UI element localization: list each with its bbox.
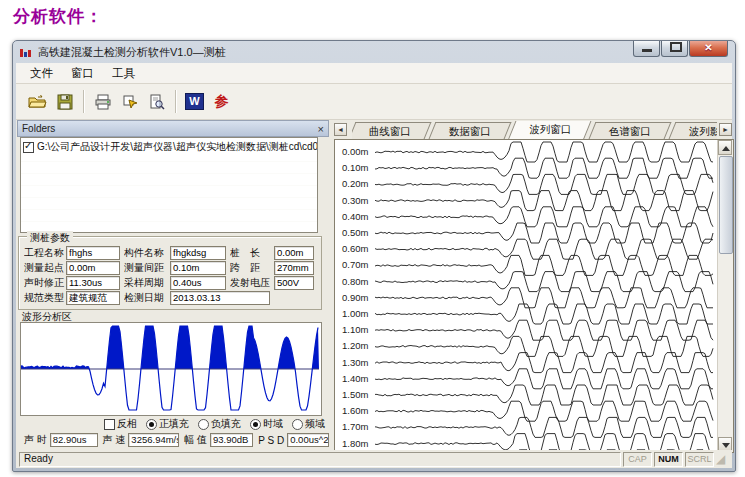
wave-trace-12 bbox=[375, 336, 713, 356]
depth-label-14: 1.40m bbox=[342, 373, 368, 384]
pile-params-groupbox: 测桩参数 工程名称fhghs构件名称fhgkdsg桩 长0.00m测量起点0.0… bbox=[18, 236, 322, 310]
wave-train-scrollbar[interactable] bbox=[717, 140, 733, 452]
print-setup-icon bbox=[121, 94, 139, 110]
domain-options: 时域频域 bbox=[250, 417, 325, 431]
status-message: Ready bbox=[19, 452, 621, 467]
tab-label-3: 色谱窗口 bbox=[601, 123, 659, 139]
tab-scroll-right-button[interactable]: ► bbox=[719, 123, 732, 136]
folders-list[interactable]: G:\公司产品设计开发\超声仪器\超声仪实地检测数据\测桩cd\cd03\cd0… bbox=[20, 137, 318, 233]
tab-0[interactable]: 曲线窗口 bbox=[352, 122, 431, 139]
tab-4[interactable]: 波列影像 bbox=[669, 122, 717, 139]
word-export-button[interactable]: W bbox=[181, 88, 208, 115]
param-label-6: 声时修正 bbox=[24, 276, 66, 290]
param-value-5[interactable]: 270mm bbox=[274, 261, 314, 275]
param-label-0: 工程名称 bbox=[24, 246, 66, 260]
menu-item-1[interactable]: 窗口 bbox=[63, 64, 102, 83]
maximize-button[interactable] bbox=[661, 41, 688, 57]
save-icon bbox=[57, 94, 73, 110]
param-value-8[interactable]: 500V bbox=[274, 276, 314, 290]
save-button[interactable] bbox=[51, 88, 78, 115]
folder-item[interactable]: G:\公司产品设计开发\超声仪器\超声仪实地检测数据\测桩cd\cd03\cd0… bbox=[21, 138, 317, 156]
depth-label-16: 1.60m bbox=[342, 405, 368, 416]
close-button[interactable]: ✕ bbox=[689, 41, 728, 57]
domain-radio-1[interactable] bbox=[292, 419, 303, 430]
parameters-button[interactable]: 参 bbox=[208, 88, 235, 115]
wave-trace-4 bbox=[375, 207, 713, 227]
maximize-icon bbox=[670, 42, 682, 52]
wave-trace-1 bbox=[375, 158, 713, 178]
waveform-analysis-canvas[interactable] bbox=[20, 322, 322, 416]
depth-label-7: 0.70m bbox=[342, 259, 368, 270]
wave-trace-2 bbox=[375, 174, 713, 194]
param-label-1: 构件名称 bbox=[124, 246, 170, 260]
readout-value-0[interactable]: 82.90us bbox=[50, 433, 98, 447]
param-value-4[interactable]: 0.10m bbox=[170, 261, 226, 275]
menu-item-0[interactable]: 文件 bbox=[22, 64, 61, 83]
wave-trace-15 bbox=[375, 385, 713, 405]
readout-value-3[interactable]: 0.00us^2/m bbox=[287, 433, 329, 447]
param-value-3[interactable]: 0.00m bbox=[66, 261, 120, 275]
menu-bar: 文件窗口工具 bbox=[16, 63, 732, 84]
tab-1[interactable]: 数据窗口 bbox=[429, 122, 512, 139]
resize-grip[interactable]: ◢ bbox=[716, 452, 729, 466]
indicator-cap: CAP bbox=[623, 452, 652, 467]
readouts-row: 声 时82.90us声 速3256.94m/s幅 值93.90dBP S D0.… bbox=[19, 433, 329, 447]
folders-panel-header[interactable]: Folders × bbox=[17, 120, 329, 137]
fill-radio-1[interactable] bbox=[198, 419, 209, 430]
fill-option-1[interactable]: 负填充 bbox=[198, 417, 241, 431]
app-window: 高铁建混凝土检测分析软件V1.0—测桩 ✕ 文件窗口工具 bbox=[12, 40, 736, 472]
invert-checkbox[interactable] bbox=[104, 419, 115, 430]
readout-value-1[interactable]: 3256.94m/s bbox=[128, 433, 179, 447]
param-label-7: 采样周期 bbox=[124, 276, 170, 290]
depth-label-12: 1.20m bbox=[342, 340, 368, 351]
param-value-9[interactable]: 建筑规范 bbox=[66, 291, 120, 305]
menu-item-2[interactable]: 工具 bbox=[104, 64, 143, 83]
open-button[interactable] bbox=[24, 88, 51, 115]
param-value-2[interactable]: 0.00m bbox=[274, 246, 314, 260]
param-value-10[interactable]: 2013.03.13 bbox=[170, 291, 270, 305]
print-setup-button[interactable] bbox=[116, 88, 143, 115]
fill-option-0[interactable]: 正填充 bbox=[146, 417, 189, 431]
param-value-1[interactable]: fhgkdsg bbox=[170, 246, 226, 260]
readout-label-2: 幅 值 bbox=[184, 433, 207, 447]
folders-close-button[interactable]: × bbox=[318, 124, 324, 134]
param-value-7[interactable]: 0.40us bbox=[170, 276, 226, 290]
wave-trace-10 bbox=[375, 304, 713, 324]
domain-label-1: 频域 bbox=[305, 417, 325, 431]
status-indicators: CAPNUMSCRL bbox=[623, 452, 714, 467]
param-label-4: 测量间距 bbox=[124, 261, 170, 275]
domain-option-1[interactable]: 频域 bbox=[292, 417, 325, 431]
wave-train-canvas[interactable]: 1.80m1.70m1.60m1.50m1.40m1.30m1.20m1.10m… bbox=[334, 139, 734, 453]
wave-trace-13 bbox=[375, 353, 713, 373]
wave-trace-14 bbox=[375, 369, 713, 389]
minimize-button[interactable] bbox=[633, 41, 660, 57]
toolbar-separator bbox=[83, 90, 84, 113]
readout-value-2[interactable]: 93.90dB bbox=[210, 433, 253, 447]
parameters-icon: 参 bbox=[215, 93, 229, 111]
minimize-icon bbox=[642, 49, 652, 52]
fill-radio-0[interactable] bbox=[146, 419, 157, 430]
tab-scroll-left-button[interactable]: ◄ bbox=[334, 123, 347, 136]
print-button[interactable] bbox=[89, 88, 116, 115]
close-icon: ✕ bbox=[690, 42, 727, 53]
tab-3[interactable]: 色谱窗口 bbox=[589, 122, 672, 139]
tab-label-0: 曲线窗口 bbox=[361, 123, 419, 139]
invert-checkbox-option[interactable]: 反相 bbox=[104, 417, 137, 431]
depth-label-4: 0.40m bbox=[342, 211, 368, 222]
domain-radio-0[interactable] bbox=[250, 419, 261, 430]
wave-trace-18 bbox=[375, 434, 713, 450]
indicator-num: NUM bbox=[654, 452, 683, 467]
domain-option-0[interactable]: 时域 bbox=[250, 417, 283, 431]
indicator-scrl: SCRL bbox=[685, 452, 714, 467]
scroll-up-button[interactable] bbox=[718, 140, 732, 155]
param-value-6[interactable]: 11.30us bbox=[66, 276, 120, 290]
print-preview-button[interactable] bbox=[143, 88, 170, 115]
tab-2[interactable]: 波列窗口 bbox=[508, 121, 592, 139]
toolbar-separator bbox=[175, 90, 176, 113]
title-bar[interactable]: 高铁建混凝土检测分析软件V1.0—测桩 ✕ bbox=[13, 41, 735, 63]
param-value-0[interactable]: fhghs bbox=[66, 246, 120, 260]
depth-label-0: 0.00m bbox=[342, 146, 368, 157]
scrollbar-thumb[interactable] bbox=[719, 156, 733, 254]
toolbar: W 参 bbox=[16, 84, 732, 119]
folder-item-checkbox[interactable] bbox=[23, 142, 34, 153]
